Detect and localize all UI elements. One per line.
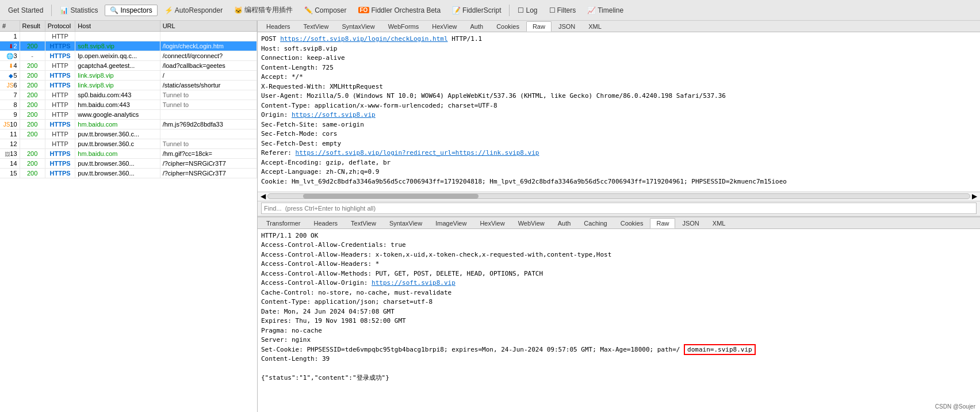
req-tab-json[interactable]: JSON	[552, 21, 581, 32]
table-row[interactable]: JS6200HTTPSlink.svip8.vip/static/assets/…	[0, 81, 257, 90]
separator-2	[509, 5, 510, 16]
table-row[interactable]: 14200HTTPSpuv.tt.browser.360.../?cipher=…	[0, 159, 257, 169]
origin-link[interactable]: https://soft.svip8.vip	[292, 111, 376, 119]
post-method: POST	[261, 35, 280, 43]
table-row[interactable]: 9200HTTPwww.google-analytics	[0, 110, 257, 120]
row-result-5: 200	[20, 71, 45, 81]
timeline-btn[interactable]: 📈 Timeline	[583, 5, 628, 16]
row-protocol-8: HTTP	[45, 100, 75, 110]
resp-tab-auth[interactable]: Auth	[552, 218, 577, 228]
request-find-bar	[258, 201, 980, 216]
row-url-8: Tunnel to	[160, 100, 257, 110]
autoresponder-icon: ⚡	[164, 6, 173, 14]
left-arrow-btn[interactable]: ◀	[259, 192, 267, 200]
table-row[interactable]: 🖼13200HTTPShm.baidu.com/hm.gif?cc=18ck=	[0, 149, 257, 159]
table-row[interactable]: 11200HTTPpuv.tt.browser.360.c...	[0, 129, 257, 139]
req-tab-raw[interactable]: Raw	[526, 21, 552, 32]
row-protocol-11: HTTP	[45, 129, 75, 139]
request-content-area[interactable]: POST https://soft.svip8.vip/login/checkL…	[258, 32, 980, 192]
row-url-6: /static/assets/shortur	[160, 81, 257, 90]
table-row[interactable]: ⬇2200HTTPSsoft.svip8.vip/login/checkLogi…	[0, 41, 257, 51]
cat-icon: 🐱	[234, 6, 243, 14]
get-started-btn[interactable]: Get Started	[3, 5, 48, 16]
table-row[interactable]: ◆5200HTTPSlink.svip8.vip/	[0, 71, 257, 81]
resp-tab-textview[interactable]: TextView	[344, 218, 382, 228]
resp-tab-caching[interactable]: Caching	[577, 218, 613, 228]
resp-tab-webview[interactable]: WebView	[512, 218, 551, 228]
row-host-13: hm.baidu.com	[75, 149, 160, 159]
request-url-link[interactable]: https://soft.svip8.vip/login/checkLogin.…	[280, 35, 447, 43]
resp-tab-headers[interactable]: Headers	[308, 218, 344, 228]
fiddlerscript-btn[interactable]: 📝 FiddlerScript	[447, 5, 506, 16]
pencil-icon: ✏️	[304, 6, 313, 14]
request-headers-end: Accept-Encoding: gzip, deflate, br Accep…	[261, 159, 787, 185]
resp-tab-raw[interactable]: Raw	[650, 218, 675, 228]
resp-tab-xml[interactable]: XML	[706, 218, 732, 228]
req-tab-textview[interactable]: TextView	[297, 21, 335, 32]
col-result-header: Result	[20, 21, 45, 32]
req-tab-headers[interactable]: Headers	[260, 21, 297, 32]
row-host-4: gcaptcha4.geetest...	[75, 61, 160, 71]
row-protocol-9: HTTP	[45, 110, 75, 120]
scrollbar-thumb	[303, 194, 478, 199]
right-arrow-btn[interactable]: ▶	[970, 192, 979, 200]
resp-tab-transformer[interactable]: Transformer	[260, 218, 307, 228]
req-tab-auth[interactable]: Auth	[464, 21, 490, 32]
row-url-1	[160, 32, 257, 41]
timeline-icon: 📈	[587, 6, 596, 14]
request-find-input[interactable]	[261, 203, 977, 214]
resp-tab-imageview[interactable]: ImageView	[429, 218, 473, 228]
inspectors-btn[interactable]: 🔍 Inspectors	[105, 5, 157, 16]
table-row[interactable]: 🌐3-HTTPSlp.open.weixin.qq.c.../connect/l…	[0, 51, 257, 61]
fiddlerscript-label: FiddlerScript	[462, 6, 501, 14]
row-url-7: Tunnel to	[160, 90, 257, 100]
row-protocol-2: HTTPS	[45, 41, 75, 51]
table-row[interactable]: 8200HTTPhm.baidu.com:443Tunnel to	[0, 100, 257, 110]
row-protocol-5: HTTPS	[45, 71, 75, 81]
table-header-row: # Result Protocol Host URL	[0, 21, 257, 32]
response-section: Transformer Headers TextView SyntaxView …	[258, 218, 980, 413]
table-row[interactable]: 15200HTTPSpuv.tt.browser.360.../?cipher=…	[0, 169, 257, 178]
table-row[interactable]: 1HTTP	[0, 32, 257, 41]
filters-checkbox: ☐	[549, 6, 556, 14]
filters-btn[interactable]: ☐ Filters	[545, 5, 581, 16]
table-row[interactable]: 12HTTPpuv.tt.browser.360.cTunnel to	[0, 139, 257, 149]
row-result-3: -	[20, 51, 45, 61]
resp-tab-syntaxview[interactable]: SyntaxView	[383, 218, 428, 228]
resp-tab-json[interactable]: JSON	[676, 218, 705, 228]
table-row[interactable]: ⬇4200HTTPgcaptcha4.geetest.../load?callb…	[0, 61, 257, 71]
row-url-3: /connect/l/qrconnect?	[160, 51, 257, 61]
scrollbar-track[interactable]	[267, 193, 970, 199]
row-url-15: /?cipher=NSRGiCr3T7	[160, 169, 257, 178]
autoresponder-btn[interactable]: ⚡ AutoResponder	[160, 5, 227, 16]
table-row[interactable]: JS10200HTTPShm.baidu.com/hm.js?69d2c8bdf…	[0, 120, 257, 129]
req-tab-webforms[interactable]: WebForms	[382, 21, 426, 32]
row-result-13: 200	[20, 149, 45, 159]
row-host-10: hm.baidu.com	[75, 120, 160, 129]
fiddler-orchestra-btn[interactable]: FO Fiddler Orchestra Beta	[354, 5, 446, 16]
timeline-label: Timeline	[598, 6, 623, 14]
resp-tab-cookies[interactable]: Cookies	[614, 218, 650, 228]
fiddler-orchestra-label: Fiddler Orchestra Beta	[371, 6, 441, 14]
request-hscrollbar[interactable]: ◀ ▶	[258, 192, 980, 201]
table-row[interactable]: 7200HTTPsp0.baidu.com:443Tunnel to	[0, 90, 257, 100]
log-btn[interactable]: ☐ Log	[513, 5, 542, 16]
row-num-5: ◆5	[0, 71, 20, 81]
inspectors-label: Inspectors	[120, 6, 152, 14]
row-protocol-6: HTTPS	[45, 81, 75, 90]
cat-plugin-btn[interactable]: 🐱 编程猫专用插件	[229, 3, 297, 17]
row-result-1	[20, 32, 45, 41]
resp-origin-link[interactable]: https://soft.svip8.vip	[372, 279, 455, 287]
req-tab-hexview[interactable]: HexView	[426, 21, 463, 32]
req-tab-syntaxview[interactable]: SyntaxView	[335, 21, 381, 32]
composer-btn[interactable]: ✏️ Composer	[300, 5, 351, 16]
row-url-10: /hm.js?69d2c8bdfa33	[160, 120, 257, 129]
row-protocol-12: HTTP	[45, 139, 75, 149]
referer-link[interactable]: https://soft.svip8.vip/login?redirect_ur…	[296, 149, 539, 157]
req-tab-xml[interactable]: XML	[582, 21, 608, 32]
resp-tab-hexview[interactable]: HexView	[473, 218, 511, 228]
req-tab-cookies[interactable]: Cookies	[490, 21, 526, 32]
statistics-btn[interactable]: 📊 Statistics	[55, 5, 102, 16]
response-content-area[interactable]: HTTP/1.1 200 OK Access-Control-Allow-Cre…	[258, 229, 980, 413]
session-list-scroll[interactable]: # Result Protocol Host URL 1HTTP⬇2200HTT…	[0, 21, 257, 412]
